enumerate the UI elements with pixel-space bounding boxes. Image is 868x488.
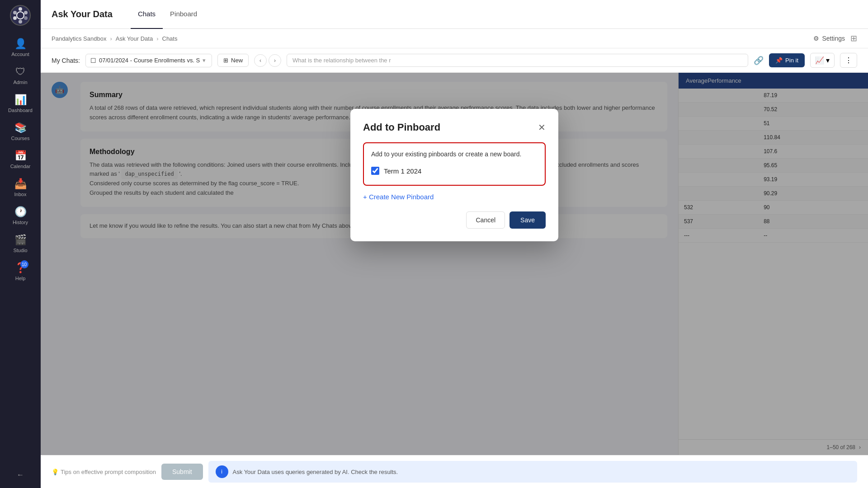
pinboard-option-term1: Term 1 2024 bbox=[371, 164, 538, 178]
share-icon[interactable]: ⊞ bbox=[850, 33, 857, 43]
sidebar-item-admin[interactable]: 🛡 Admin bbox=[2, 61, 38, 89]
chat-selector-text: 07/01/2024 - Course Enrollments vs. S bbox=[99, 57, 200, 64]
new-chat-label: New bbox=[231, 57, 243, 64]
pinboard-instruction: Add to your existing pinboards or create… bbox=[371, 150, 538, 158]
svg-point-6 bbox=[13, 16, 17, 20]
chart-chevron: ▾ bbox=[826, 56, 830, 65]
dashboard-icon: 📊 bbox=[14, 94, 27, 106]
submit-button[interactable]: Submit bbox=[161, 464, 203, 480]
sidebar-item-label-account: Account bbox=[11, 52, 29, 57]
inbox-icon: 📥 bbox=[14, 178, 27, 190]
add-to-pinboard-modal: Add to Pinboard ✕ Add to your existing p… bbox=[350, 109, 558, 241]
svg-point-2 bbox=[19, 7, 22, 11]
sidebar-item-dashboard[interactable]: 📊 Dashboard bbox=[2, 89, 38, 117]
my-chats-label: My Chats: bbox=[52, 57, 80, 64]
pin-icon: 📌 bbox=[775, 57, 783, 64]
sidebar-item-label-studio: Studio bbox=[13, 248, 27, 253]
chat-search-input[interactable]: What is the relationship between the r bbox=[287, 54, 748, 67]
svg-point-3 bbox=[24, 11, 28, 14]
sidebar-item-label-calendar: Calendar bbox=[10, 164, 31, 169]
account-icon: 👤 bbox=[14, 38, 27, 50]
admin-icon: 🛡 bbox=[15, 66, 25, 78]
help-badge: 10 bbox=[20, 260, 28, 268]
pinboard-list: Add to your existing pinboards or create… bbox=[363, 142, 546, 186]
bottom-bar: 💡 Tips on effective prompt composition S… bbox=[41, 455, 868, 488]
calendar-icon: 📅 bbox=[14, 150, 27, 162]
modal-title: Add to Pinboard bbox=[363, 122, 440, 133]
sidebar-item-calendar[interactable]: 📅 Calendar bbox=[2, 145, 38, 174]
breadcrumb-ask-your-data[interactable]: Ask Your Data bbox=[116, 35, 153, 42]
pinboard-name-term1: Term 1 2024 bbox=[384, 167, 421, 175]
topbar: Ask Your Data Chats Pinboard bbox=[41, 0, 868, 29]
sidebar-item-history[interactable]: 🕐 History bbox=[2, 202, 38, 230]
sidebar-item-help[interactable]: ❓ 10 Help bbox=[2, 258, 38, 286]
pin-it-button[interactable]: 📌 Pin it bbox=[769, 53, 805, 67]
breadcrumb-actions: ⚙ Settings ⊞ bbox=[813, 33, 857, 43]
ai-icon: i bbox=[216, 465, 228, 478]
nav-arrows: ‹ › bbox=[254, 54, 281, 67]
link-icon: 🔗 bbox=[754, 56, 764, 66]
sidebar-item-account[interactable]: 👤 Account bbox=[2, 33, 38, 61]
chat-toolbar: My Chats: ☐ 07/01/2024 - Course Enrollme… bbox=[41, 48, 868, 73]
topbar-tabs: Chats Pinboard bbox=[131, 0, 204, 29]
settings-button[interactable]: ⚙ Settings bbox=[813, 35, 845, 42]
save-button[interactable]: Save bbox=[509, 211, 546, 229]
tab-chats[interactable]: Chats bbox=[131, 0, 163, 29]
breadcrumb-sandbox[interactable]: Pandalytics Sandbox bbox=[52, 35, 106, 42]
tips-link[interactable]: 💡 Tips on effective prompt composition bbox=[52, 469, 156, 475]
svg-point-5 bbox=[19, 20, 22, 23]
content-area: 🤖 Summary A total of 268 rows of data we… bbox=[41, 73, 868, 455]
history-icon: 🕐 bbox=[14, 206, 27, 218]
modal-footer: Cancel Save bbox=[363, 211, 546, 229]
page-title: Ask Your Data bbox=[52, 9, 113, 19]
cancel-button[interactable]: Cancel bbox=[466, 211, 505, 229]
ai-notice-text: Ask Your Data uses queries generated by … bbox=[233, 469, 398, 475]
courses-icon: 📚 bbox=[14, 122, 27, 134]
sidebar-item-label-courses: Courses bbox=[11, 136, 30, 141]
sidebar-item-label-admin: Admin bbox=[13, 80, 27, 85]
nav-prev-button[interactable]: ‹ bbox=[254, 54, 267, 67]
pin-it-label: Pin it bbox=[785, 57, 798, 64]
sidebar-item-label-dashboard: Dashboard bbox=[8, 108, 33, 113]
more-options-button[interactable]: ⋮ bbox=[840, 53, 857, 68]
app-logo[interactable] bbox=[9, 5, 31, 26]
pinboard-checkbox-term1[interactable] bbox=[371, 167, 379, 175]
tips-label: Tips on effective prompt composition bbox=[61, 469, 156, 475]
svg-point-4 bbox=[24, 16, 28, 20]
new-chat-icon: ⊞ bbox=[223, 57, 228, 64]
breadcrumb: Pandalytics Sandbox › Ask Your Data › Ch… bbox=[41, 29, 868, 48]
chart-icon: 📈 bbox=[815, 56, 824, 65]
tab-pinboard[interactable]: Pinboard bbox=[163, 0, 204, 29]
settings-icon: ⚙ bbox=[813, 35, 819, 42]
tips-icon: 💡 bbox=[52, 469, 59, 475]
create-new-label: + Create New Pinboard bbox=[363, 193, 434, 201]
modal-header: Add to Pinboard ✕ bbox=[363, 122, 546, 133]
create-new-pinboard-button[interactable]: + Create New Pinboard bbox=[363, 193, 546, 201]
breadcrumb-sep-1: › bbox=[110, 35, 112, 42]
main-content: Ask Your Data Chats Pinboard Pandalytics… bbox=[41, 0, 868, 488]
chat-selector-chevron: ▾ bbox=[203, 57, 206, 64]
breadcrumb-sep-2: › bbox=[156, 35, 158, 42]
sidebar-item-courses[interactable]: 📚 Courses bbox=[2, 117, 38, 145]
sidebar-item-label-history: History bbox=[13, 220, 28, 225]
modal-overlay: Add to Pinboard ✕ Add to your existing p… bbox=[41, 73, 868, 455]
sidebar-item-studio[interactable]: 🎬 Studio bbox=[2, 230, 38, 258]
chat-selector-icon: ☐ bbox=[90, 57, 96, 64]
studio-icon: 🎬 bbox=[14, 234, 27, 246]
breadcrumb-chats[interactable]: Chats bbox=[162, 35, 178, 42]
new-chat-button[interactable]: ⊞ New bbox=[217, 54, 249, 67]
svg-point-7 bbox=[13, 11, 17, 14]
chat-selector[interactable]: ☐ 07/01/2024 - Course Enrollments vs. S … bbox=[85, 54, 212, 67]
sidebar-item-inbox[interactable]: 📥 Inbox bbox=[2, 174, 38, 202]
search-text: What is the relationship between the r bbox=[292, 57, 391, 64]
nav-next-button[interactable]: › bbox=[269, 54, 281, 67]
chart-button[interactable]: 📈 ▾ bbox=[810, 53, 835, 68]
modal-body: Add to your existing pinboards or create… bbox=[363, 142, 546, 201]
collapse-icon: ← bbox=[17, 471, 24, 479]
sidebar-item-label-help: Help bbox=[15, 276, 26, 281]
sidebar: 👤 Account 🛡 Admin 📊 Dashboard 📚 Courses … bbox=[0, 0, 41, 488]
ai-notice: i Ask Your Data uses queries generated b… bbox=[208, 461, 857, 483]
sidebar-collapse-button[interactable]: ← bbox=[2, 466, 38, 483]
settings-label: Settings bbox=[822, 35, 845, 42]
modal-close-button[interactable]: ✕ bbox=[538, 122, 546, 133]
